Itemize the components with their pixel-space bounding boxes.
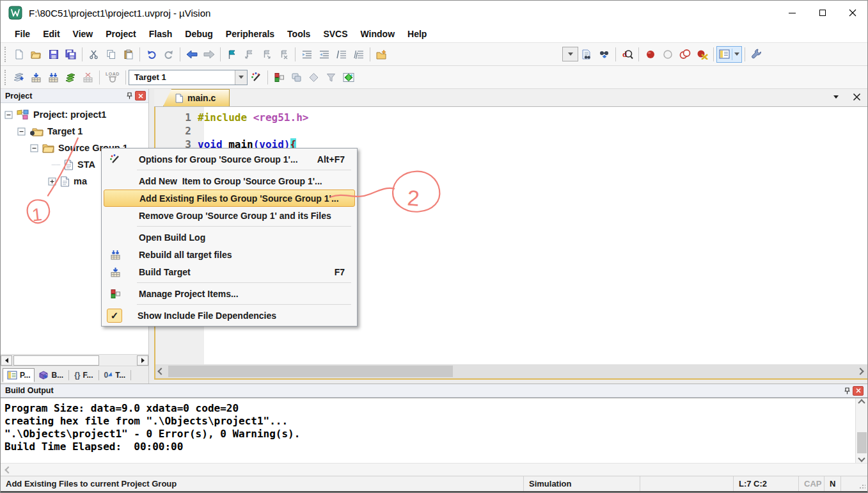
project-panel-hscrollbar[interactable] xyxy=(1,354,148,366)
batch-build-button[interactable] xyxy=(62,69,79,86)
find-in-files-button[interactable] xyxy=(578,46,596,63)
hscroll-thumb[interactable] xyxy=(168,366,453,377)
paste-button[interactable] xyxy=(120,46,137,63)
toggle-bookmark-button[interactable] xyxy=(223,46,241,63)
configure-button[interactable] xyxy=(748,46,765,63)
collapse-icon[interactable] xyxy=(4,111,13,119)
navigate-back-button[interactable] xyxy=(183,46,200,63)
scroll-right-button[interactable] xyxy=(137,355,148,366)
minimize-button[interactable] xyxy=(777,1,807,25)
target-select-dropdown-button[interactable] xyxy=(235,70,247,85)
comment-button[interactable] xyxy=(333,46,350,63)
cut-button[interactable] xyxy=(85,46,102,63)
next-bookmark-button[interactable] xyxy=(258,46,275,63)
vscroll-thumb[interactable] xyxy=(857,432,867,454)
open-file-button[interactable] xyxy=(28,46,45,63)
download-button[interactable]: LOAD xyxy=(102,69,123,86)
disable-all-breakpoints-button[interactable] xyxy=(676,46,693,63)
tree-item-project[interactable]: Project: project1 xyxy=(1,106,148,123)
maximize-button[interactable] xyxy=(807,1,837,25)
close-panel-button[interactable] xyxy=(853,386,864,396)
scroll-up-button[interactable] xyxy=(859,398,864,408)
clear-bookmarks-button[interactable] xyxy=(275,46,292,63)
tab-functions[interactable]: {} F... xyxy=(70,369,97,382)
insert-breakpoint-button[interactable] xyxy=(642,46,659,63)
window-layout-button[interactable] xyxy=(716,46,742,63)
undo-button[interactable] xyxy=(143,46,160,63)
menu-item-manage-project-items[interactable]: Manage Project Items... xyxy=(104,285,355,302)
close-button[interactable] xyxy=(837,1,867,25)
menu-project[interactable]: Project xyxy=(99,26,142,42)
close-panel-button[interactable] xyxy=(135,91,146,101)
document-list-dropdown[interactable] xyxy=(833,95,839,99)
pin-panel-button[interactable] xyxy=(123,91,135,101)
manage-project-items-button[interactable] xyxy=(271,69,288,86)
menu-item-add-new-item[interactable]: Add New Item to Group 'Source Group 1'..… xyxy=(104,172,355,190)
unindent-button[interactable] xyxy=(315,46,333,63)
menu-view[interactable]: View xyxy=(67,26,100,42)
pack-installer-button[interactable] xyxy=(340,69,357,86)
menu-item-options-for-group[interactable]: Options for Group 'Source Group 1'... Al… xyxy=(104,150,355,168)
build-output-vscrollbar[interactable] xyxy=(855,398,867,463)
scroll-left-button[interactable] xyxy=(1,355,12,366)
new-file-button[interactable] xyxy=(10,46,28,63)
menu-help[interactable]: Help xyxy=(401,26,433,42)
quick-find-button[interactable]: d xyxy=(619,46,636,63)
menu-debug[interactable]: Debug xyxy=(178,26,219,42)
hscroll-thumb[interactable] xyxy=(13,355,99,366)
menu-item-add-existing-files[interactable]: Add Existing Files to Group 'Source Grou… xyxy=(104,190,355,207)
menu-svcs[interactable]: SVCS xyxy=(317,26,354,42)
menu-peripherals[interactable]: Peripherals xyxy=(219,26,281,42)
collapse-icon[interactable] xyxy=(17,127,26,136)
scroll-left-button[interactable] xyxy=(155,369,167,374)
open-project-folder-button[interactable] xyxy=(373,46,390,63)
collapse-icon[interactable] xyxy=(30,144,38,152)
code-line[interactable]: 2 xyxy=(155,125,867,138)
redo-button[interactable] xyxy=(160,46,177,63)
save-button[interactable] xyxy=(45,46,62,63)
filter-button[interactable] xyxy=(322,69,340,86)
code-line[interactable]: 1#include <reg51.h> xyxy=(155,111,867,125)
tab-templates[interactable]: 0 T... xyxy=(100,369,130,382)
pin-panel-button[interactable] xyxy=(841,385,853,396)
expand-icon[interactable] xyxy=(48,177,56,186)
menu-edit[interactable]: Edit xyxy=(36,26,66,42)
menu-flash[interactable]: Flash xyxy=(143,26,179,42)
tab-main-c[interactable]: main.c xyxy=(163,89,230,106)
menu-item-build-target[interactable]: Build Target F7 xyxy=(104,263,355,280)
select-packs-button[interactable] xyxy=(305,69,322,86)
build-button[interactable] xyxy=(28,69,45,86)
menu-item-remove-group[interactable]: Remove Group 'Source Group 1' and its Fi… xyxy=(104,207,355,224)
tab-books[interactable]: B... xyxy=(35,369,67,382)
build-output-body[interactable]: Program Size: data=9.0 xdata=0 code=20 c… xyxy=(1,398,867,463)
navigate-forward-button[interactable] xyxy=(200,46,217,63)
incremental-find-button[interactable] xyxy=(596,46,613,63)
tab-project[interactable]: P... xyxy=(3,368,35,382)
menu-file[interactable]: File xyxy=(8,26,36,42)
menu-item-show-include-dependencies[interactable]: ✓ Show Include File Dependencies xyxy=(104,307,355,324)
prev-bookmark-button[interactable] xyxy=(241,46,258,63)
close-document-button[interactable] xyxy=(853,93,861,101)
menu-item-rebuild-all[interactable]: Rebuild all target files xyxy=(104,246,355,263)
kill-all-breakpoints-button[interactable] xyxy=(693,46,711,63)
translate-button[interactable] xyxy=(10,69,28,86)
indent-button[interactable] xyxy=(298,46,315,63)
rebuild-button[interactable] xyxy=(45,69,62,86)
file-extensions-button[interactable] xyxy=(288,69,305,86)
scroll-right-button[interactable] xyxy=(855,369,866,374)
target-options-button[interactable] xyxy=(248,69,265,86)
build-output-hscrollbar[interactable] xyxy=(1,463,867,476)
tree-item-target[interactable]: Target 1 xyxy=(1,123,148,140)
search-history-dropdown[interactable] xyxy=(562,47,578,61)
scroll-down-button[interactable] xyxy=(859,453,864,463)
uncomment-button[interactable] xyxy=(350,46,367,63)
enable-breakpoint-button[interactable] xyxy=(659,46,676,63)
menu-window[interactable]: Window xyxy=(354,26,402,42)
menu-tools[interactable]: Tools xyxy=(281,26,317,42)
stop-build-button[interactable] xyxy=(79,69,97,86)
copy-button[interactable] xyxy=(102,46,120,63)
menu-item-open-build-log[interactable]: Open Build Log xyxy=(104,229,355,246)
editor-hscrollbar[interactable] xyxy=(155,364,867,378)
save-all-button[interactable] xyxy=(62,46,79,63)
target-select[interactable]: Target 1 xyxy=(129,70,248,85)
